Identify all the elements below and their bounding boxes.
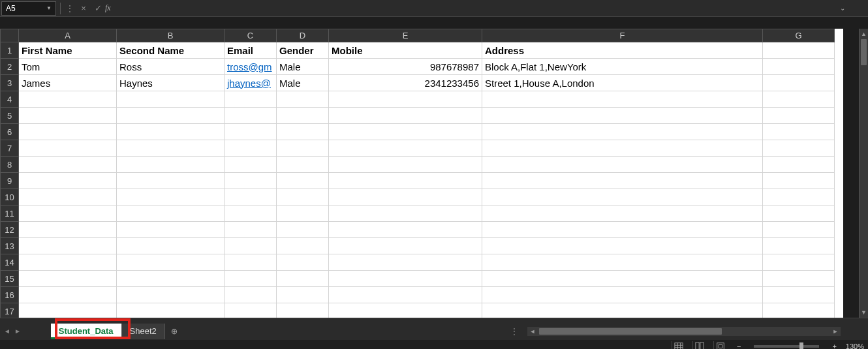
cell[interactable]	[277, 140, 329, 157]
cell[interactable]: James	[19, 75, 117, 91]
cell[interactable]	[117, 124, 225, 140]
cell[interactable]	[329, 222, 482, 238]
cell[interactable]	[19, 91, 117, 108]
tab-next-icon[interactable]: ►	[14, 327, 21, 335]
column-header[interactable]: G	[763, 29, 835, 42]
cell[interactable]	[19, 287, 117, 303]
column-header[interactable]: A	[19, 29, 117, 42]
scroll-left-icon[interactable]: ◄	[527, 328, 538, 335]
cell[interactable]	[225, 189, 277, 205]
cell[interactable]	[763, 222, 835, 238]
cell[interactable]	[117, 173, 225, 189]
cell[interactable]	[482, 287, 763, 303]
row-header[interactable]: 8	[1, 157, 19, 173]
cell[interactable]	[19, 173, 117, 189]
page-break-view-icon[interactable]	[713, 341, 728, 349]
cell[interactable]	[277, 222, 329, 238]
cell[interactable]	[117, 303, 225, 320]
cell[interactable]: Haynes	[117, 75, 225, 91]
vertical-scrollbar[interactable]: ▲ ▼	[859, 29, 868, 318]
cell[interactable]	[482, 271, 763, 287]
cell[interactable]	[19, 254, 117, 271]
cell[interactable]	[225, 157, 277, 173]
cell[interactable]	[19, 189, 117, 205]
zoom-in-button[interactable]: +	[829, 342, 839, 349]
cell[interactable]: 2341233456	[329, 75, 482, 91]
cell[interactable]	[763, 173, 835, 189]
zoom-slider-knob[interactable]	[799, 342, 803, 349]
cell[interactable]	[277, 287, 329, 303]
column-header[interactable]: F	[482, 29, 763, 42]
cell[interactable]	[482, 205, 763, 222]
row-header[interactable]: 2	[1, 59, 19, 75]
cell[interactable]: Male	[277, 75, 329, 91]
cell[interactable]	[482, 173, 763, 189]
cell[interactable]	[482, 189, 763, 205]
cell[interactable]	[117, 238, 225, 254]
cell[interactable]	[117, 108, 225, 124]
cell[interactable]	[482, 91, 763, 108]
cell[interactable]	[117, 205, 225, 222]
cell[interactable]	[277, 238, 329, 254]
cell[interactable]: Email	[225, 42, 277, 59]
row-header[interactable]: 14	[1, 254, 19, 271]
cell[interactable]	[329, 271, 482, 287]
cell[interactable]	[19, 157, 117, 173]
cell[interactable]	[763, 287, 835, 303]
cell[interactable]	[19, 140, 117, 157]
cell[interactable]	[117, 189, 225, 205]
cell[interactable]	[117, 140, 225, 157]
cell[interactable]	[763, 303, 835, 320]
cell[interactable]: Mobile	[329, 42, 482, 59]
row-header[interactable]: 11	[1, 205, 19, 222]
fx-icon[interactable]: fx	[105, 3, 111, 13]
column-header[interactable]: B	[117, 29, 225, 42]
cell[interactable]	[277, 303, 329, 320]
row-header[interactable]: 10	[1, 189, 19, 205]
cell[interactable]	[763, 157, 835, 173]
cell[interactable]	[277, 189, 329, 205]
cell[interactable]	[329, 108, 482, 124]
zoom-out-button[interactable]: −	[734, 342, 743, 349]
spreadsheet-grid[interactable]: A B C D E F G 1 First Name Second Name E…	[0, 29, 843, 318]
cell[interactable]	[225, 205, 277, 222]
cell[interactable]: Second Name	[117, 42, 225, 59]
cell[interactable]	[19, 238, 117, 254]
cell[interactable]	[117, 222, 225, 238]
sheet-tab-sheet2[interactable]: Sheet2	[122, 324, 165, 339]
cell[interactable]	[329, 205, 482, 222]
cell[interactable]	[225, 222, 277, 238]
cell[interactable]	[482, 303, 763, 320]
scroll-down-icon[interactable]: ▼	[860, 307, 868, 318]
cell[interactable]	[277, 271, 329, 287]
cell[interactable]	[329, 189, 482, 205]
cell[interactable]	[225, 287, 277, 303]
row-header[interactable]: 15	[1, 271, 19, 287]
add-sheet-button[interactable]: ⊕	[165, 324, 183, 339]
horizontal-scrollbar[interactable]: ◄ ►	[527, 327, 841, 336]
scroll-thumb[interactable]	[539, 328, 722, 335]
sheet-tab-student-data[interactable]: Student_Data	[51, 324, 122, 339]
cell[interactable]	[329, 157, 482, 173]
cell[interactable]	[763, 124, 835, 140]
select-all-corner[interactable]	[1, 29, 19, 42]
cell[interactable]	[117, 287, 225, 303]
cell[interactable]	[19, 108, 117, 124]
cell[interactable]	[482, 108, 763, 124]
cell[interactable]	[277, 108, 329, 124]
cell[interactable]: First Name	[19, 42, 117, 59]
cell[interactable]	[329, 173, 482, 189]
cell[interactable]	[482, 254, 763, 271]
cell[interactable]: 987678987	[329, 59, 482, 75]
cell[interactable]	[763, 75, 835, 91]
cell[interactable]	[277, 173, 329, 189]
cell[interactable]	[225, 124, 277, 140]
cell[interactable]	[763, 108, 835, 124]
cell[interactable]	[482, 238, 763, 254]
row-header[interactable]: 3	[1, 75, 19, 91]
row-header[interactable]: 4	[1, 91, 19, 108]
row-header[interactable]: 6	[1, 124, 19, 140]
cancel-formula-button[interactable]: ×	[76, 1, 91, 16]
cell[interactable]	[329, 303, 482, 320]
cell[interactable]	[763, 205, 835, 222]
